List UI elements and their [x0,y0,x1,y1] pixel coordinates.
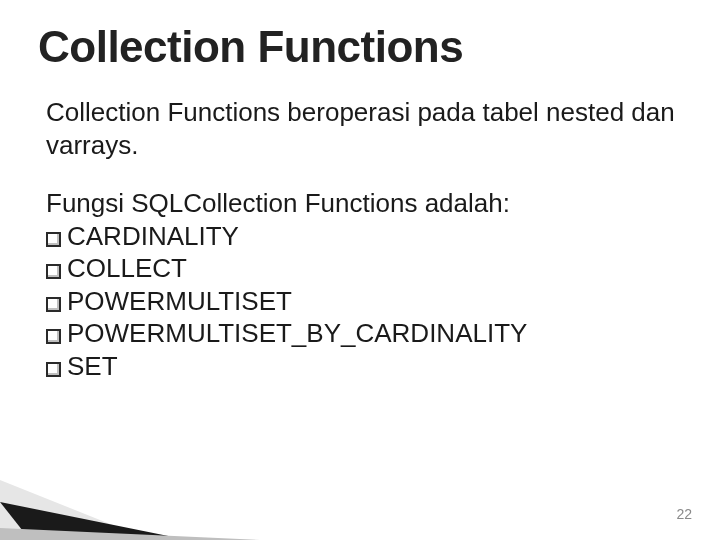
square-bullet-icon [46,329,61,344]
corner-decoration-icon [0,480,260,540]
list-item: POWERMULTISET [46,285,682,318]
item-label: SET [67,350,118,383]
list-item: SET [46,350,682,383]
square-bullet-icon [46,264,61,279]
svg-marker-2 [0,528,260,540]
slide: Collection Functions Collection Function… [0,0,720,540]
item-label: COLLECT [67,252,187,285]
item-label: POWERMULTISET [67,285,292,318]
square-bullet-icon [46,362,61,377]
intro-paragraph: Collection Functions beroperasi pada tab… [38,96,682,161]
list-item: POWERMULTISET_BY_CARDINALITY [46,317,682,350]
square-bullet-icon [46,232,61,247]
list-intro: Fungsi SQLCollection Functions adalah: [46,187,682,220]
page-number: 22 [676,506,692,522]
slide-title: Collection Functions [38,22,682,72]
square-bullet-icon [46,297,61,312]
item-label: POWERMULTISET_BY_CARDINALITY [67,317,527,350]
item-label: CARDINALITY [67,220,239,253]
slide-body: Collection Functions beroperasi pada tab… [38,96,682,382]
list-item: CARDINALITY [46,220,682,253]
svg-marker-0 [0,480,150,540]
list-item: COLLECT [46,252,682,285]
function-list: Fungsi SQLCollection Functions adalah: C… [38,187,682,382]
svg-marker-1 [0,502,188,540]
